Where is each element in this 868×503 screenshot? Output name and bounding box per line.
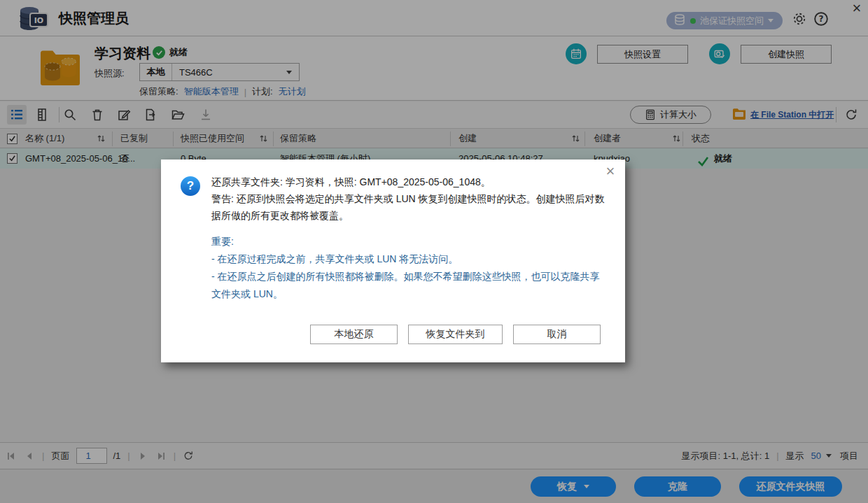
dialog-important: 重要: - 在还原过程完成之前，共享文件夹或 LUN 将无法访问。 - 在还原点… [211,233,608,303]
dialog-warning: 警告: 还原到快照会将选定的共享文件夹或 LUN 恢复到创建快照时的状态。创建快… [211,190,608,224]
question-icon: ? [181,176,200,196]
dialog-line1: 还原共享文件夹: 学习资料，快照: GMT+08_2025-05-06_1048… [211,173,608,190]
cancel-label: 取消 [547,328,567,341]
important-item: - 在还原过程完成之前，共享文件夹或 LUN 将无法访问。 [211,250,608,268]
restore-folder-to-label: 恢复文件夹到 [426,328,485,341]
important-item: - 在还原点之后创建的所有快照都将被删除。如果您不希望删除这些快照，也可以克隆共… [211,268,608,303]
important-title: 重要: [211,233,608,250]
restore-folder-to-button[interactable]: 恢复文件夹到 [408,325,503,344]
snapshot-manager-window: IO 快照管理员 池保证快照空间 [0,0,868,503]
local-revert-label: 本地还原 [335,328,374,341]
local-revert-button[interactable]: 本地还原 [310,325,398,344]
revert-confirmation-dialog: × ? 还原共享文件夹: 学习资料，快照: GMT+08_2025-05-06_… [161,160,625,362]
dialog-message: 还原共享文件夹: 学习资料，快照: GMT+08_2025-05-06_1048… [211,173,608,303]
cancel-button[interactable]: 取消 [513,325,601,344]
